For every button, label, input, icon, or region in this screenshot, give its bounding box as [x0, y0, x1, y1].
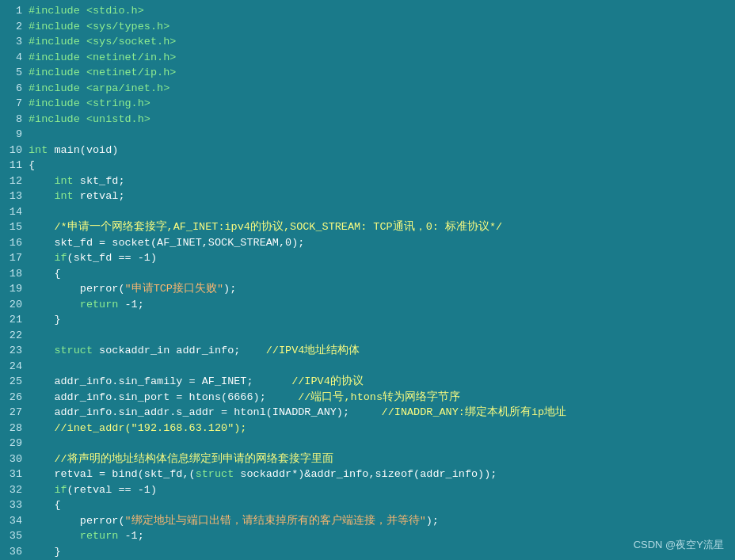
line-number: 25	[0, 374, 29, 390]
code-line: 1#include <stdio.h>	[0, 3, 735, 19]
code-line: 24	[0, 359, 735, 375]
watermark: CSDN @夜空Y流星	[634, 538, 724, 552]
line-number: 32	[0, 482, 29, 498]
line-number: 33	[0, 497, 29, 513]
line-text: addr_info.sin_addr.s_addr = htonl(INADDR…	[29, 405, 735, 421]
line-number: 1	[0, 3, 29, 19]
line-text: return -1;	[29, 528, 735, 544]
line-text: #include <sys/socket.h>	[29, 34, 735, 50]
line-text: retval = bind(skt_fd,(struct sockaddr*)&…	[29, 467, 735, 482]
line-number: 28	[0, 421, 29, 436]
code-line: 2#include <sys/types.h>	[0, 19, 735, 35]
code-line: 13 int retval;	[0, 189, 735, 204]
line-number: 4	[0, 50, 29, 66]
code-line: 20 return -1;	[0, 297, 735, 313]
line-number: 34	[0, 513, 29, 529]
code-line: 33 {	[0, 497, 735, 513]
line-number: 2	[0, 19, 29, 35]
line-text: }	[29, 312, 735, 328]
line-number: 36	[0, 544, 29, 560]
line-text: //inet_addr("192.168.63.120");	[29, 421, 735, 436]
line-text: int retval;	[29, 189, 735, 204]
code-line: 16 skt_fd = socket(AF_INET,SOCK_STREAM,0…	[0, 235, 735, 251]
line-number: 8	[0, 112, 29, 128]
line-number: 19	[0, 281, 29, 297]
line-number: 9	[0, 127, 29, 143]
line-text: #include <string.h>	[29, 96, 735, 112]
line-text: addr_info.sin_family = AF_INET; //IPV4的协…	[29, 374, 735, 390]
line-number: 3	[0, 34, 29, 50]
line-number: 17	[0, 250, 29, 266]
line-text: {	[29, 266, 735, 282]
line-text: {	[29, 158, 735, 173]
line-text: #include <unistd.h>	[29, 112, 735, 128]
code-line: 23 struct sockaddr_in addr_info; //IPV4地…	[0, 343, 735, 359]
code-line: 27 addr_info.sin_addr.s_addr = htonl(INA…	[0, 405, 735, 421]
line-number: 5	[0, 65, 29, 81]
code-line: 5#include <netinet/ip.h>	[0, 65, 735, 81]
line-number: 11	[0, 158, 29, 173]
line-text: }	[29, 544, 735, 560]
line-number: 7	[0, 96, 29, 112]
line-text: #include <arpa/inet.h>	[29, 81, 735, 97]
line-number: 18	[0, 266, 29, 282]
code-line: 10int main(void)	[0, 143, 735, 158]
code-line: 9	[0, 127, 735, 143]
line-number: 35	[0, 528, 29, 544]
line-text: /*申请一个网络套接字,AF_INET:ipv4的协议,SOCK_STREAM:…	[29, 219, 735, 235]
line-text: skt_fd = socket(AF_INET,SOCK_STREAM,0);	[29, 235, 735, 251]
line-text: struct sockaddr_in addr_info; //IPV4地址结构…	[29, 343, 735, 359]
line-number: 15	[0, 219, 29, 235]
line-number: 23	[0, 343, 29, 359]
line-number: 20	[0, 297, 29, 313]
code-line: 6#include <arpa/inet.h>	[0, 81, 735, 97]
line-number: 22	[0, 328, 29, 344]
line-text: addr_info.sin_port = htons(6666); //端口号,…	[29, 390, 735, 406]
line-text: #include <stdio.h>	[29, 3, 735, 19]
code-line: 36 }	[0, 544, 735, 560]
code-editor: 1#include <stdio.h>2#include <sys/types.…	[0, 0, 735, 560]
code-line: 26 addr_info.sin_port = htons(6666); //端…	[0, 390, 735, 406]
line-text: return -1;	[29, 297, 735, 313]
code-line: 11{	[0, 158, 735, 173]
line-number: 29	[0, 436, 29, 451]
code-line: 35 return -1;	[0, 528, 735, 544]
code-line: 15 /*申请一个网络套接字,AF_INET:ipv4的协议,SOCK_STRE…	[0, 219, 735, 235]
code-line: 7#include <string.h>	[0, 96, 735, 112]
code-line: 30 //将声明的地址结构体信息绑定到申请的网络套接字里面	[0, 451, 735, 467]
line-text: perror("绑定地址与端口出错，请结束掉所有的客户端连接，并等待");	[29, 513, 735, 529]
code-line: 4#include <netinet/in.h>	[0, 50, 735, 66]
code-line: 28 //inet_addr("192.168.63.120");	[0, 421, 735, 436]
line-number: 12	[0, 173, 29, 189]
code-line: 12 int skt_fd;	[0, 173, 735, 189]
line-text: if(skt_fd == -1)	[29, 250, 735, 266]
code-line: 25 addr_info.sin_family = AF_INET; //IPV…	[0, 374, 735, 390]
code-line: 18 {	[0, 266, 735, 282]
line-number: 30	[0, 451, 29, 467]
line-number: 24	[0, 359, 29, 375]
code-line: 29	[0, 436, 735, 451]
code-line: 31 retval = bind(skt_fd,(struct sockaddr…	[0, 467, 735, 482]
code-line: 21 }	[0, 312, 735, 328]
line-number: 26	[0, 390, 29, 406]
line-text: perror("申请TCP接口失败");	[29, 281, 735, 297]
code-line: 17 if(skt_fd == -1)	[0, 250, 735, 266]
code-line: 34 perror("绑定地址与端口出错，请结束掉所有的客户端连接，并等待");	[0, 513, 735, 529]
line-text: int skt_fd;	[29, 173, 735, 189]
line-number: 31	[0, 467, 29, 482]
line-number: 13	[0, 189, 29, 204]
line-number: 6	[0, 81, 29, 97]
line-text: int main(void)	[29, 143, 735, 158]
line-text: #include <netinet/ip.h>	[29, 65, 735, 81]
code-line: 19 perror("申请TCP接口失败");	[0, 281, 735, 297]
line-number: 16	[0, 235, 29, 251]
code-line: 22	[0, 328, 735, 344]
code-line: 8#include <unistd.h>	[0, 112, 735, 128]
line-number: 21	[0, 312, 29, 328]
code-line: 32 if(retval == -1)	[0, 482, 735, 498]
line-number: 27	[0, 405, 29, 421]
code-line: 3#include <sys/socket.h>	[0, 34, 735, 50]
code-line: 14	[0, 204, 735, 220]
line-text: {	[29, 497, 735, 513]
line-text: if(retval == -1)	[29, 482, 735, 498]
